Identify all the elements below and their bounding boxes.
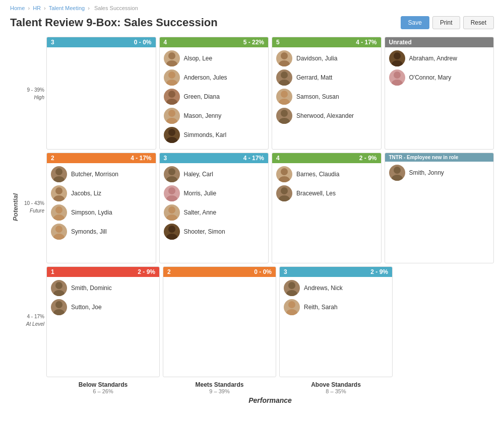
list-item[interactable]: Abraham, Andrew	[389, 50, 490, 66]
bottom-label-2: Meets Standards 9 – 39%	[163, 381, 276, 394]
person-name: Smith, Jonny	[409, 169, 444, 176]
reset-button[interactable]: Reset	[463, 16, 494, 29]
list-item[interactable]: Mason, Jenny	[164, 108, 265, 124]
person-name: Simmonds, Karl	[184, 131, 227, 138]
svg-point-1	[166, 60, 177, 66]
svg-point-6	[168, 110, 175, 117]
cell-r3c1-header: 1 2 - 9%	[47, 267, 159, 277]
bottom-label-2-name: Meets Standards	[163, 381, 276, 388]
svg-point-31	[166, 176, 177, 182]
cell-tntr-body: Smith, Jonny	[385, 162, 494, 187]
cell-r3c2: 2 0 - 0%	[163, 266, 276, 377]
person-name: Morris, Julie	[184, 190, 217, 197]
save-button[interactable]: Save	[401, 16, 429, 29]
person-name: Sutton, Joe	[71, 304, 102, 311]
avatar	[389, 50, 405, 66]
avatar	[164, 185, 180, 201]
svg-point-48	[288, 282, 295, 289]
svg-point-42	[394, 167, 401, 174]
cell-r2c2-header: 3 4 - 17%	[160, 153, 269, 163]
cell-r3c3-range: 2 - 9%	[370, 268, 388, 275]
cell-r3c2-body	[163, 277, 276, 283]
breadcrumb: Home › HR › Talent Meeting › Sales Succe…	[10, 5, 494, 11]
list-item[interactable]: Green, Diana	[164, 89, 265, 105]
list-item[interactable]: Samson, Susan	[276, 89, 377, 105]
avatar	[276, 108, 292, 124]
person-name: Davidson, Julia	[296, 55, 337, 62]
svg-point-22	[55, 168, 62, 175]
avatar	[51, 204, 67, 221]
cell-tntr-header: TNTR - Employee new in role	[385, 153, 494, 162]
list-item[interactable]: Symonds, Jill	[51, 224, 152, 240]
svg-point-8	[168, 129, 175, 136]
svg-point-20	[394, 72, 401, 79]
list-item[interactable]: Butcher, Morrison	[51, 166, 152, 182]
list-item[interactable]: Reith, Sarah	[284, 299, 388, 315]
breadcrumb-home[interactable]: Home	[10, 5, 25, 11]
cell-r3c1-num: 1	[51, 268, 54, 275]
avatar	[164, 224, 180, 240]
svg-point-24	[55, 187, 62, 194]
avatar	[276, 69, 292, 86]
cell-r3c2-header: 2 0 - 0%	[163, 267, 276, 277]
print-button[interactable]: Print	[432, 16, 460, 29]
breadcrumb-hr[interactable]: HR	[33, 5, 41, 11]
svg-point-7	[166, 118, 177, 124]
list-item[interactable]: Davidson, Julia	[276, 50, 377, 66]
svg-point-25	[53, 195, 65, 201]
person-name: Andrews, Nick	[304, 285, 343, 292]
unrated-label: Unrated	[389, 39, 412, 46]
list-item[interactable]: Simpson, Lydia	[51, 204, 152, 221]
cell-r1c1: 3 0 - 0%	[46, 37, 156, 150]
row3-name: At Level	[26, 320, 44, 328]
person-name: Salter, Anne	[184, 209, 217, 216]
cell-r1c3-header: 5 4 - 17%	[272, 37, 381, 47]
avatar	[164, 127, 180, 143]
person-name: Haley, Carl	[184, 171, 213, 178]
list-item[interactable]: Simmonds, Karl	[164, 127, 265, 143]
list-item[interactable]: Salter, Anne	[164, 204, 265, 221]
list-item[interactable]: Bracewell, Les	[276, 185, 377, 201]
row1-range: 9 - 39%	[27, 86, 44, 94]
cell-r3c2-num: 2	[167, 268, 171, 275]
list-item[interactable]: Alsop, Lee	[164, 50, 265, 66]
svg-point-41	[279, 195, 290, 201]
avatar	[164, 204, 180, 221]
cell-r2c2-range: 4 - 17%	[243, 155, 264, 162]
list-item[interactable]: Sherwood, Alexander	[276, 108, 377, 124]
avatar	[284, 280, 300, 296]
list-item[interactable]: Shooter, Simon	[164, 224, 265, 240]
list-item[interactable]: Andrews, Nick	[284, 280, 388, 296]
list-item[interactable]: Smith, Dominic	[51, 280, 155, 296]
x-axis-label: Performance	[46, 396, 494, 404]
list-item[interactable]: Morris, Julie	[164, 185, 265, 201]
avatar	[164, 108, 180, 124]
svg-point-51	[286, 309, 297, 315]
svg-point-16	[281, 110, 288, 117]
list-item[interactable]: Jacobs, Liz	[51, 185, 152, 201]
list-item[interactable]: Smith, Jonny	[389, 165, 490, 181]
svg-point-38	[281, 168, 288, 175]
svg-point-30	[168, 168, 175, 175]
list-item[interactable]: Gerrard, Matt	[276, 69, 377, 86]
cell-r1c1-num: 3	[51, 39, 54, 46]
list-item[interactable]: O'Connor, Mary	[389, 69, 490, 86]
cell-unrated-header: Unrated	[385, 37, 494, 47]
person-name: Abraham, Andrew	[409, 55, 457, 62]
list-item[interactable]: Anderson, Jules	[164, 69, 265, 86]
svg-point-34	[168, 206, 175, 214]
breadcrumb-talent-meeting[interactable]: Talent Meeting	[49, 5, 85, 11]
list-item[interactable]: Sutton, Joe	[51, 299, 155, 315]
avatar	[164, 166, 180, 182]
cell-r1c2-body: Alsop, Lee Anderson, Jules	[160, 47, 269, 149]
cell-r1c3-num: 5	[276, 39, 280, 46]
list-item[interactable]: Barnes, Claudia	[276, 166, 377, 182]
cell-r2c3-range: 2 - 9%	[359, 155, 377, 162]
list-item[interactable]: Haley, Carl	[164, 166, 265, 182]
cell-r2c1: 2 4 - 17% Butcher, Morrison	[46, 153, 156, 263]
svg-point-35	[166, 215, 177, 221]
svg-point-29	[53, 234, 65, 240]
person-name: Samson, Susan	[296, 93, 339, 100]
avatar	[276, 50, 292, 66]
row1-name: High	[34, 94, 44, 101]
